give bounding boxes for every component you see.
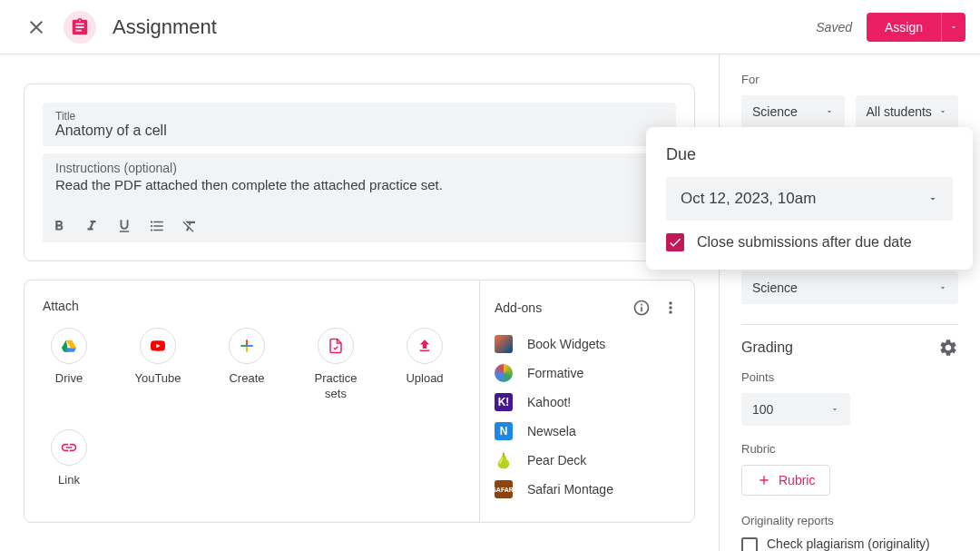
underline-icon (116, 218, 132, 234)
attach-link[interactable]: Link (43, 429, 95, 488)
caret-down-icon (927, 193, 938, 204)
addon-safari-montage[interactable]: SAFARISafari Montage (495, 475, 680, 504)
page-title: Assignment (113, 15, 816, 39)
assign-button[interactable]: Assign (867, 13, 941, 42)
upload-icon (416, 338, 433, 354)
originality-check-label: Check plagiarism (originality) (767, 536, 930, 551)
addon-pear-deck[interactable]: 🍐Pear Deck (495, 446, 680, 475)
close-submissions-checkbox[interactable] (666, 233, 684, 251)
attach-practice-sets[interactable]: Practice sets (309, 328, 362, 402)
close-submissions-label: Close submissions after due date (697, 234, 912, 251)
title-field[interactable]: Title Anatomy of a cell (43, 103, 676, 146)
rubric-button[interactable]: Rubric (741, 465, 830, 496)
list-icon (149, 218, 165, 234)
instructions-label: Instructions (optional) (55, 161, 663, 175)
bold-icon (51, 218, 67, 234)
caret-down-icon (825, 107, 834, 116)
plus-icon (238, 337, 256, 355)
rubric-label: Rubric (741, 442, 958, 456)
due-date-select[interactable]: Oct 12, 2023, 10am (666, 177, 953, 221)
link-icon (60, 438, 78, 457)
clear-format-button[interactable] (181, 217, 199, 235)
class-select[interactable]: Science (741, 95, 845, 128)
addon-newsela[interactable]: NNewsela (495, 417, 680, 446)
attach-drive[interactable]: Drive (43, 328, 95, 402)
attach-label: Attach (43, 299, 461, 313)
main-content: Title Anatomy of a cell Instructions (op… (0, 54, 719, 551)
instructions-field[interactable]: Instructions (optional) Read the PDF att… (43, 153, 676, 210)
addon-book-widgets[interactable]: Book Widgets (495, 330, 680, 359)
underline-button[interactable] (115, 217, 133, 235)
caret-down-icon (830, 405, 839, 414)
attachments-card: Attach Drive YouTube Create (24, 280, 695, 523)
originality-checkbox[interactable] (741, 537, 758, 551)
for-label: For (741, 73, 958, 86)
instructions-value: Read the PDF attached then complete the … (55, 177, 663, 202)
attach-upload[interactable]: Upload (398, 328, 451, 402)
caret-down-icon (949, 23, 958, 32)
addons-label: Add-ons (495, 300, 542, 315)
close-icon (25, 16, 47, 38)
assignment-editor-card: Title Anatomy of a cell Instructions (op… (24, 84, 695, 261)
practice-sets-icon (328, 337, 344, 355)
addon-formative[interactable]: Formative (495, 359, 680, 388)
assignment-icon-wrap (62, 9, 98, 45)
assignment-icon (70, 17, 90, 37)
title-label: Title (55, 110, 663, 123)
bold-button[interactable] (50, 217, 68, 235)
drive-icon (60, 338, 78, 354)
italic-button[interactable] (83, 217, 101, 235)
info-icon[interactable] (632, 299, 651, 317)
points-label: Points (741, 370, 958, 384)
grading-heading: Grading (741, 339, 793, 356)
check-icon (668, 235, 682, 250)
youtube-icon (148, 339, 168, 353)
plus-icon (757, 473, 771, 487)
title-value: Anatomy of a cell (55, 123, 663, 139)
clear-format-icon (181, 218, 198, 234)
caret-down-icon (938, 107, 947, 116)
gear-icon[interactable] (938, 338, 958, 358)
italic-icon (83, 218, 100, 234)
addon-kahoot[interactable]: K!Kahoot! (495, 388, 680, 417)
more-vert-icon[interactable] (662, 299, 680, 317)
originality-label: Originality reports (741, 514, 958, 527)
list-button[interactable] (148, 217, 166, 235)
due-date-popup: Due Oct 12, 2023, 10am Close submissions… (646, 127, 973, 270)
due-title: Due (666, 145, 953, 164)
saved-status: Saved (816, 20, 852, 34)
attach-youtube[interactable]: YouTube (132, 328, 184, 402)
close-button[interactable] (15, 5, 58, 49)
assign-dropdown-button[interactable] (941, 13, 965, 42)
assign-button-group: Assign (867, 13, 965, 42)
points-select[interactable]: 100 (741, 393, 850, 426)
students-select[interactable]: All students (856, 95, 959, 128)
formatting-toolbar (43, 210, 676, 242)
app-header: Assignment Saved Assign (0, 0, 980, 54)
topic-select[interactable]: Science (741, 271, 958, 304)
attach-create[interactable]: Create (220, 328, 273, 402)
caret-down-icon (938, 283, 947, 292)
